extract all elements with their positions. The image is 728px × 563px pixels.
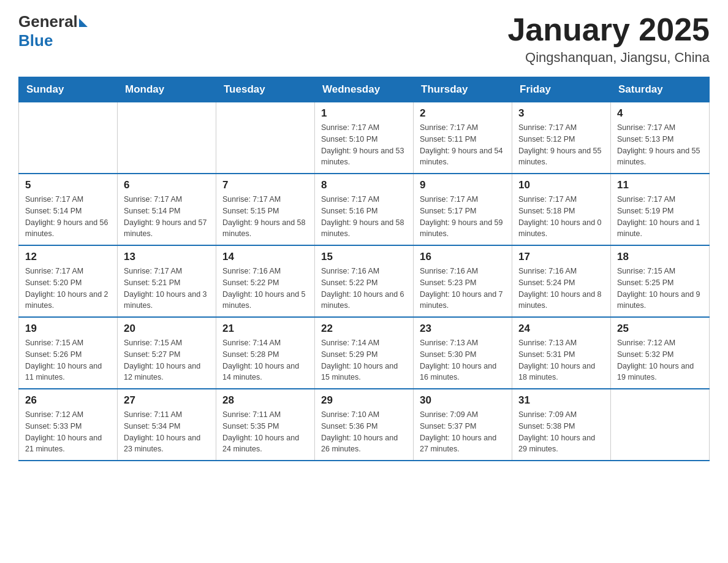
day-cell: 24Sunrise: 7:13 AM Sunset: 5:31 PM Dayli… xyxy=(512,317,611,389)
day-number: 26 xyxy=(25,394,111,407)
day-cell: 9Sunrise: 7:17 AM Sunset: 5:17 PM Daylig… xyxy=(414,174,512,245)
day-cell xyxy=(19,102,118,174)
day-info: Sunrise: 7:17 AM Sunset: 5:15 PM Dayligh… xyxy=(222,194,308,240)
calendar-header: SundayMondayTuesdayWednesdayThursdayFrid… xyxy=(19,77,710,102)
day-number: 19 xyxy=(25,323,111,335)
day-cell: 23Sunrise: 7:13 AM Sunset: 5:30 PM Dayli… xyxy=(414,317,512,389)
calendar-subtitle: Qingshanquan, Jiangsu, China xyxy=(507,50,710,66)
day-cell: 3Sunrise: 7:17 AM Sunset: 5:12 PM Daylig… xyxy=(512,102,611,174)
day-number: 23 xyxy=(420,323,506,335)
week-row-5: 26Sunrise: 7:12 AM Sunset: 5:33 PM Dayli… xyxy=(19,389,710,461)
week-row-3: 12Sunrise: 7:17 AM Sunset: 5:20 PM Dayli… xyxy=(19,245,710,317)
day-number: 31 xyxy=(518,394,604,407)
day-cell xyxy=(216,102,315,174)
week-row-2: 5Sunrise: 7:17 AM Sunset: 5:14 PM Daylig… xyxy=(19,174,710,245)
day-number: 5 xyxy=(25,179,111,191)
day-number: 27 xyxy=(124,394,210,407)
day-cell: 25Sunrise: 7:12 AM Sunset: 5:32 PM Dayli… xyxy=(611,317,710,389)
header-cell-saturday: Saturday xyxy=(611,77,710,102)
day-info: Sunrise: 7:13 AM Sunset: 5:30 PM Dayligh… xyxy=(420,337,506,383)
day-cell: 15Sunrise: 7:16 AM Sunset: 5:22 PM Dayli… xyxy=(315,245,414,317)
day-info: Sunrise: 7:09 AM Sunset: 5:37 PM Dayligh… xyxy=(420,409,506,455)
logo: General Blue xyxy=(18,12,88,50)
calendar-title: January 2025 xyxy=(507,12,710,47)
day-number: 8 xyxy=(321,179,407,191)
day-cell: 29Sunrise: 7:10 AM Sunset: 5:36 PM Dayli… xyxy=(315,389,414,461)
day-info: Sunrise: 7:17 AM Sunset: 5:14 PM Dayligh… xyxy=(124,194,210,240)
day-cell: 4Sunrise: 7:17 AM Sunset: 5:13 PM Daylig… xyxy=(611,102,710,174)
day-number: 28 xyxy=(222,394,308,407)
day-number: 11 xyxy=(617,179,703,191)
day-info: Sunrise: 7:17 AM Sunset: 5:12 PM Dayligh… xyxy=(518,122,604,168)
header-cell-friday: Friday xyxy=(512,77,611,102)
day-number: 13 xyxy=(124,251,210,263)
day-cell: 27Sunrise: 7:11 AM Sunset: 5:34 PM Dayli… xyxy=(118,389,216,461)
header-cell-thursday: Thursday xyxy=(414,77,512,102)
day-info: Sunrise: 7:17 AM Sunset: 5:11 PM Dayligh… xyxy=(420,122,506,168)
day-info: Sunrise: 7:11 AM Sunset: 5:35 PM Dayligh… xyxy=(222,409,308,455)
day-cell: 7Sunrise: 7:17 AM Sunset: 5:15 PM Daylig… xyxy=(216,174,315,245)
day-number: 4 xyxy=(617,107,703,120)
day-number: 17 xyxy=(518,251,604,263)
day-number: 14 xyxy=(222,251,308,263)
logo-general: General xyxy=(18,12,78,31)
day-number: 29 xyxy=(321,394,407,407)
day-number: 1 xyxy=(321,107,407,120)
logo-blue: Blue xyxy=(18,31,53,50)
day-info: Sunrise: 7:09 AM Sunset: 5:38 PM Dayligh… xyxy=(518,409,604,455)
day-info: Sunrise: 7:15 AM Sunset: 5:27 PM Dayligh… xyxy=(124,337,210,383)
day-number: 10 xyxy=(518,179,604,191)
header-cell-monday: Monday xyxy=(118,77,216,102)
day-number: 7 xyxy=(222,179,308,191)
week-row-1: 1Sunrise: 7:17 AM Sunset: 5:10 PM Daylig… xyxy=(19,102,710,174)
logo-triangle-icon xyxy=(79,18,88,27)
day-cell: 28Sunrise: 7:11 AM Sunset: 5:35 PM Dayli… xyxy=(216,389,315,461)
day-cell: 31Sunrise: 7:09 AM Sunset: 5:38 PM Dayli… xyxy=(512,389,611,461)
day-info: Sunrise: 7:16 AM Sunset: 5:24 PM Dayligh… xyxy=(518,266,604,312)
day-number: 16 xyxy=(420,251,506,263)
day-cell: 12Sunrise: 7:17 AM Sunset: 5:20 PM Dayli… xyxy=(19,245,118,317)
day-cell: 8Sunrise: 7:17 AM Sunset: 5:16 PM Daylig… xyxy=(315,174,414,245)
day-number: 25 xyxy=(617,323,703,335)
day-info: Sunrise: 7:12 AM Sunset: 5:32 PM Dayligh… xyxy=(617,337,703,383)
day-cell: 2Sunrise: 7:17 AM Sunset: 5:11 PM Daylig… xyxy=(414,102,512,174)
day-info: Sunrise: 7:10 AM Sunset: 5:36 PM Dayligh… xyxy=(321,409,407,455)
day-cell: 10Sunrise: 7:17 AM Sunset: 5:18 PM Dayli… xyxy=(512,174,611,245)
day-number: 30 xyxy=(420,394,506,407)
header-cell-tuesday: Tuesday xyxy=(216,77,315,102)
day-info: Sunrise: 7:17 AM Sunset: 5:14 PM Dayligh… xyxy=(25,194,111,240)
calendar-body: 1Sunrise: 7:17 AM Sunset: 5:10 PM Daylig… xyxy=(19,102,710,461)
day-cell: 17Sunrise: 7:16 AM Sunset: 5:24 PM Dayli… xyxy=(512,245,611,317)
day-cell: 19Sunrise: 7:15 AM Sunset: 5:26 PM Dayli… xyxy=(19,317,118,389)
day-info: Sunrise: 7:16 AM Sunset: 5:22 PM Dayligh… xyxy=(222,266,308,312)
day-cell: 30Sunrise: 7:09 AM Sunset: 5:37 PM Dayli… xyxy=(414,389,512,461)
day-cell: 18Sunrise: 7:15 AM Sunset: 5:25 PM Dayli… xyxy=(611,245,710,317)
header-cell-wednesday: Wednesday xyxy=(315,77,414,102)
day-cell xyxy=(611,389,710,461)
header-cell-sunday: Sunday xyxy=(19,77,118,102)
day-info: Sunrise: 7:14 AM Sunset: 5:28 PM Dayligh… xyxy=(222,337,308,383)
day-info: Sunrise: 7:15 AM Sunset: 5:25 PM Dayligh… xyxy=(617,266,703,312)
day-cell: 22Sunrise: 7:14 AM Sunset: 5:29 PM Dayli… xyxy=(315,317,414,389)
day-cell: 21Sunrise: 7:14 AM Sunset: 5:28 PM Dayli… xyxy=(216,317,315,389)
day-cell: 16Sunrise: 7:16 AM Sunset: 5:23 PM Dayli… xyxy=(414,245,512,317)
day-info: Sunrise: 7:17 AM Sunset: 5:18 PM Dayligh… xyxy=(518,194,604,240)
page-header: General Blue January 2025 Qingshanquan, … xyxy=(18,12,710,66)
day-info: Sunrise: 7:15 AM Sunset: 5:26 PM Dayligh… xyxy=(25,337,111,383)
day-number: 21 xyxy=(222,323,308,335)
day-number: 9 xyxy=(420,179,506,191)
day-number: 3 xyxy=(518,107,604,120)
day-info: Sunrise: 7:17 AM Sunset: 5:10 PM Dayligh… xyxy=(321,122,407,168)
day-info: Sunrise: 7:17 AM Sunset: 5:13 PM Dayligh… xyxy=(617,122,703,168)
day-info: Sunrise: 7:17 AM Sunset: 5:16 PM Dayligh… xyxy=(321,194,407,240)
day-info: Sunrise: 7:17 AM Sunset: 5:17 PM Dayligh… xyxy=(420,194,506,240)
day-number: 20 xyxy=(124,323,210,335)
calendar-table: SundayMondayTuesdayWednesdayThursdayFrid… xyxy=(18,77,710,461)
header-row: SundayMondayTuesdayWednesdayThursdayFrid… xyxy=(19,77,710,102)
day-number: 15 xyxy=(321,251,407,263)
day-number: 2 xyxy=(420,107,506,120)
day-info: Sunrise: 7:14 AM Sunset: 5:29 PM Dayligh… xyxy=(321,337,407,383)
day-cell: 14Sunrise: 7:16 AM Sunset: 5:22 PM Dayli… xyxy=(216,245,315,317)
day-info: Sunrise: 7:16 AM Sunset: 5:23 PM Dayligh… xyxy=(420,266,506,312)
day-cell: 13Sunrise: 7:17 AM Sunset: 5:21 PM Dayli… xyxy=(118,245,216,317)
